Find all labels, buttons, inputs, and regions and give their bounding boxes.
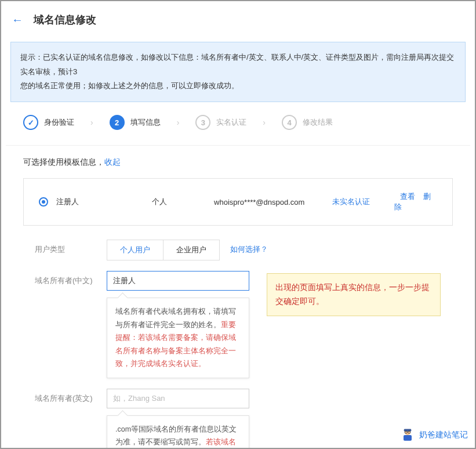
step-2: 2 填写信息 [110, 115, 161, 130]
template-radio[interactable] [39, 197, 48, 207]
watermark-text: 奶爸建站笔记 [419, 430, 468, 440]
user-type-label: 用户类型 [35, 240, 107, 255]
template-toggle-line: 可选择使用模板信息，收起 [6, 157, 470, 178]
user-type-tabs: 个人用户 企业用户 [107, 240, 220, 260]
check-icon: ✓ [23, 115, 38, 130]
annotation-note: 出现的页面填写上真实的信息，一步一步提交确定即可。 [267, 273, 441, 316]
info-alert: 提示：已实名认证的域名信息修改，如修改以下信息：域名所有者中/英文、联系人中/英… [10, 42, 466, 102]
alert-line2: 您的域名正常使用；如修改上述之外的信息，可以立即修改成功。 [20, 81, 239, 90]
chevron-right-icon: › [90, 118, 93, 127]
template-email: whoispro****@dnspod.com [214, 198, 332, 207]
collapse-link[interactable]: 收起 [104, 157, 121, 166]
how-to-choose-link[interactable]: 如何选择？ [230, 240, 268, 255]
step-2-number: 2 [110, 115, 125, 130]
step-4: 4 修改结果 [282, 115, 333, 130]
chevron-right-icon: › [263, 118, 266, 127]
step-2-label: 填写信息 [130, 117, 161, 128]
tab-enterprise[interactable]: 企业用户 [163, 240, 219, 260]
form-area: 用户类型 个人用户 企业用户 如何选择？ 域名所有者(中文) 域名所有者代表域名… [6, 240, 470, 449]
template-status: 未实名认证 [332, 197, 394, 207]
owner-en-label: 域名所有者(英文) [35, 389, 107, 404]
template-type: 个人 [152, 197, 214, 207]
step-3-number: 3 [195, 115, 210, 130]
owner-en-hint: .com等国际域名的所有者信息以英文为准，请不要缩写或简写。若该域名需要备案，所… [107, 415, 249, 449]
owner-en-input[interactable] [107, 389, 249, 408]
step-4-number: 4 [282, 115, 297, 130]
template-card[interactable]: 注册人 个人 whoispro****@dnspod.com 未实名认证 查看 … [23, 178, 453, 226]
page-title: 域名信息修改 [34, 13, 96, 27]
owner-cn-hint-black: 域名所有者代表域名拥有权，请填写与所有者证件完全一致的姓名。 [115, 307, 236, 329]
page-header: ← 域名信息修改 [6, 1, 470, 36]
step-1: ✓ 身份验证 [23, 115, 74, 130]
step-4-label: 修改结果 [303, 117, 333, 128]
avatar-icon [399, 427, 416, 443]
template-name: 注册人 [56, 197, 152, 207]
alert-line1: 提示：已实名认证的域名信息修改，如修改以下信息：域名所有者中/英文、联系人中/英… [20, 53, 454, 76]
step-1-label: 身份验证 [44, 117, 74, 128]
template-actions: 查看 删除 [394, 191, 437, 212]
row-owner-en: 域名所有者(英文) .com等国际域名的所有者信息以英文为准，请不要缩写或简写。… [35, 389, 453, 449]
step-indicator: ✓ 身份验证 › 2 填写信息 › 3 实名认证 › 4 修改结果 [6, 115, 470, 146]
watermark: 奶爸建站笔记 [399, 427, 468, 443]
annotation-text: 出现的页面填写上真实的信息，一步一步提交确定即可。 [275, 283, 430, 306]
svg-rect-2 [404, 429, 412, 432]
svg-rect-1 [404, 435, 412, 441]
step-3: 3 实名认证 [195, 115, 246, 130]
owner-cn-hint: 域名所有者代表域名拥有权，请填写与所有者证件完全一致的姓名。重要提醒：若该域名需… [107, 298, 249, 378]
view-link[interactable]: 查看 [400, 192, 415, 201]
back-arrow-icon[interactable]: ← [12, 13, 23, 27]
owner-cn-input[interactable] [107, 271, 249, 291]
row-user-type: 用户类型 个人用户 企业用户 如何选择？ [35, 240, 453, 260]
template-prefix: 可选择使用模板信息， [23, 157, 104, 166]
step-3-label: 实名认证 [216, 117, 246, 128]
tab-personal[interactable]: 个人用户 [107, 240, 163, 260]
owner-cn-label: 域名所有者(中文) [35, 271, 107, 286]
chevron-right-icon: › [177, 118, 180, 127]
